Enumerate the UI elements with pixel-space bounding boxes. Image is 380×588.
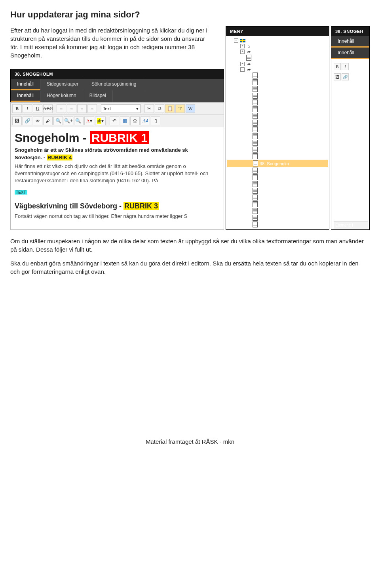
right-tab-2[interactable]: Innehåll	[331, 48, 369, 59]
tree-item[interactable]: 29. Humlarödshus fäla	[227, 99, 328, 106]
tree-item[interactable]: 37. Sövestad	[227, 153, 328, 160]
right-mini-toolbar-2: 🖼 🔗	[334, 73, 368, 80]
right-panel-title: 38. SNOGEH	[331, 27, 369, 36]
page-icon	[253, 99, 258, 105]
format-select[interactable]: Text▾	[101, 104, 141, 113]
tree-item[interactable]: 31. Ramnakullabackar	[227, 113, 328, 119]
tree-item[interactable]: 39. Sövdeborg	[227, 167, 328, 174]
zoomout-button[interactable]: 🔍-	[74, 116, 84, 125]
tree-item[interactable]: 27. Björnstorp	[227, 86, 328, 92]
tab-hoger-kolumn[interactable]: Höger kolumn	[40, 90, 83, 102]
text-tag-highlight: TEXT	[15, 190, 27, 195]
tree-item[interactable]: 28. Dörröds fälad	[227, 92, 328, 99]
arrow-icon: ➦	[246, 61, 251, 66]
page-icon	[253, 126, 258, 132]
tree-item-label: 34. Rydsgård	[259, 134, 285, 139]
underline-button[interactable]: U	[33, 104, 42, 113]
meny-panel: MENY −Svenska+⌂Start+➦OmrådetSlottssling…	[226, 26, 329, 230]
tree-item-label: Start	[253, 44, 262, 48]
tree-item-label: Östra slingan	[253, 67, 279, 72]
right-heading: Sno	[334, 84, 368, 96]
paste-word-button[interactable]: W	[186, 104, 195, 113]
tab-innehall-1[interactable]: Innehåll	[11, 79, 40, 90]
undo-button[interactable]: ↶	[110, 116, 119, 125]
collapse-icon[interactable]: −	[234, 38, 238, 43]
right-tab-1[interactable]: Innehåll	[331, 36, 369, 48]
link-button[interactable]: 🔗	[23, 116, 32, 125]
tree-item[interactable]: 33. Slimminge	[227, 126, 328, 133]
tree-item[interactable]: 32. Skönabäck	[227, 119, 328, 126]
tree-item[interactable]: 25. Veberöd	[227, 72, 328, 79]
table-button[interactable]: ▦	[120, 116, 129, 125]
expand-icon[interactable]: +	[240, 50, 245, 54]
tree-item[interactable]: −Svenska	[227, 38, 328, 43]
collapse-icon[interactable]: −	[240, 67, 245, 72]
tree-item[interactable]: 38. Snogeholm	[227, 160, 328, 167]
tree-item[interactable]: 40. Sövde	[227, 174, 328, 181]
right-image-button[interactable]: 🖼	[334, 73, 341, 80]
tree-item[interactable]: 42. Ilstorps	[227, 187, 328, 194]
expand-icon[interactable]: +	[240, 44, 245, 48]
tree-item-label: 35. Skårby	[259, 141, 280, 145]
align-left-button[interactable]: ≡	[57, 104, 66, 113]
search-button[interactable]: 🔍	[53, 116, 63, 125]
unlink-button[interactable]: ⚮	[33, 116, 42, 125]
tree-item[interactable]: 45. Everlöv	[227, 208, 328, 214]
page-tree[interactable]: −Svenska+⌂Start+➦OmrådetSlottsslingan+➦V…	[226, 36, 329, 229]
page-icon	[253, 174, 258, 180]
textcolor-button[interactable]: A ▾	[84, 116, 94, 125]
tab-bildspel[interactable]: Bildspel	[83, 90, 113, 102]
tab-sokmotor[interactable]: Sökmotorsoptimering	[85, 79, 143, 90]
right-mini-toolbar-1: B I	[334, 63, 368, 70]
zoomin-button[interactable]: 🔍+	[64, 116, 73, 125]
copy-button[interactable]: ⧉	[155, 104, 164, 113]
tree-item[interactable]: 41. Storkhägnet vid Ka	[227, 181, 328, 187]
omega-button[interactable]: Ω	[130, 116, 140, 125]
tree-item[interactable]: 47. Ljungen	[227, 221, 328, 228]
tab-innehall-2[interactable]: Innehåll	[11, 90, 40, 102]
tree-item[interactable]: 35. Skårby	[227, 139, 328, 146]
paste-text-button[interactable]: T	[175, 104, 185, 113]
tree-item[interactable]: +➦Området	[227, 49, 328, 54]
expand-icon[interactable]: +	[240, 62, 245, 66]
columns-button[interactable]: ▯	[151, 116, 160, 125]
tree-item[interactable]: 34. Rydsgård	[227, 133, 328, 139]
italic-button[interactable]: I	[23, 104, 32, 113]
page-icon	[253, 201, 258, 207]
toolbar-row-1: B I U ABC ≡ ≡ ≡ ≡ Text▾ ✂ ⧉ 📋 T W	[11, 103, 224, 115]
page-icon	[253, 195, 258, 200]
textsize-button[interactable]: A4	[141, 116, 150, 125]
tab-sidegenskaper[interactable]: Sidegenskaper	[40, 79, 85, 90]
right-italic-button[interactable]: I	[342, 63, 349, 70]
right-p1: Här finns	[334, 111, 368, 117]
brush-button[interactable]: 🖌	[43, 116, 53, 125]
cut-button[interactable]: ✂	[144, 104, 154, 113]
tree-item[interactable]: 36. Krageholm	[227, 146, 328, 153]
image-button[interactable]: 🖼	[12, 116, 22, 125]
tree-item[interactable]: 44. Kumlatofta	[227, 201, 328, 208]
right-link-button[interactable]: 🔗	[342, 73, 349, 80]
page-icon	[253, 79, 258, 85]
tree-item[interactable]: +➦Västra slingan	[227, 61, 328, 67]
highlight-button[interactable]: ab ▾	[95, 116, 106, 125]
bold-button[interactable]: B	[12, 104, 22, 113]
tree-item[interactable]: −➦Östra slingan	[227, 67, 328, 72]
strike-button[interactable]: ABC	[43, 104, 53, 113]
doc-title: Hur uppdaterar jag mina sidor?	[10, 10, 370, 20]
tree-item[interactable]: 30. Simontorp	[227, 106, 328, 113]
tree-item[interactable]: 46. Kulturens Östarp	[227, 214, 328, 221]
align-right-button[interactable]: ≡	[77, 104, 87, 113]
paste-button[interactable]: 📋	[165, 104, 175, 113]
tree-item[interactable]: 26. Romelestugan	[227, 79, 328, 86]
tree-item-label: 31. Ramnakullabackar	[259, 114, 302, 118]
wysiwyg-editor: B I U ABC ≡ ≡ ≡ ≡ Text▾ ✂ ⧉ 📋 T W	[10, 102, 224, 230]
align-justify-button[interactable]: ≡	[87, 104, 97, 113]
after-paragraph-1: Om du ställer muspekaren i någon av de o…	[10, 237, 370, 254]
tree-item[interactable]: +⌂Start	[227, 43, 328, 49]
right-bold-button[interactable]: B	[334, 63, 341, 70]
align-center-button[interactable]: ≡	[67, 104, 76, 113]
editor-body[interactable]: Snogeholm - RUBRIK 1 Snogeholm är ett av…	[11, 127, 224, 229]
tree-item[interactable]: Slottsslingan	[227, 54, 328, 61]
tree-item[interactable]: 43. Klingavälsån	[227, 194, 328, 201]
tree-item-label: 25. Veberöd	[259, 73, 283, 78]
